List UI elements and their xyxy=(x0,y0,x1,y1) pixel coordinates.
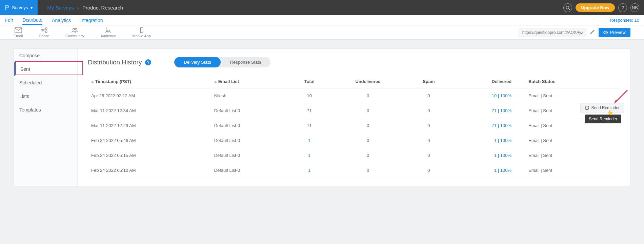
sidebar-item-compose[interactable]: Compose xyxy=(14,49,77,62)
brand-logo-icon: P xyxy=(5,4,9,12)
cell-email-list: Nilesh xyxy=(211,88,289,103)
table-row[interactable]: Mar 11 2022 12:34 AMDefault List-0710071… xyxy=(88,103,620,118)
search-icon[interactable] xyxy=(563,3,572,12)
cell-spam: 0 xyxy=(406,133,451,148)
sub-community[interactable]: Community xyxy=(65,27,84,38)
cell-timestamp: Feb 24 2022 05:15 AM xyxy=(88,148,211,163)
table-row[interactable]: Feb 24 2022 05:15 AMDefault List-01001 |… xyxy=(88,148,620,163)
svg-line-16 xyxy=(615,90,627,102)
table-row[interactable]: Feb 24 2022 05:46 AMDefault List-01001 |… xyxy=(88,133,620,148)
cell-delivered: 71 | 100% xyxy=(451,103,515,118)
nav-integration[interactable]: Integration xyxy=(80,16,103,24)
chevron-down-icon: ▾ xyxy=(31,5,33,10)
brand-dropdown[interactable]: P Surveys ▾ xyxy=(0,0,38,15)
cell-timestamp: Apr 26 2022 02:12 AM xyxy=(88,88,211,103)
svg-point-3 xyxy=(41,29,43,31)
sidebar-item-lists[interactable]: Lists xyxy=(14,89,77,103)
nav-edit[interactable]: Edit xyxy=(5,16,13,24)
table-row[interactable]: Feb 24 2022 05:10 AMDefault List-01001 |… xyxy=(88,163,620,178)
cell-email-list: Default List-0 xyxy=(211,163,289,178)
cell-batch: Email | Sent xyxy=(515,88,620,103)
sidebar-item-scheduled[interactable]: Scheduled xyxy=(14,76,77,89)
pencil-icon[interactable] xyxy=(590,29,595,36)
nav-distribute[interactable]: Distribute xyxy=(22,16,42,25)
cell-undelivered: 0 xyxy=(330,133,406,148)
sub-audience[interactable]: $ Audience xyxy=(101,27,116,38)
distribution-table: ◆Timestamp (PST) ◆Email List Total Undel… xyxy=(88,75,620,178)
cell-delivered: 1 | 100% xyxy=(451,148,515,163)
cell-undelivered: 0 xyxy=(330,163,406,178)
cell-timestamp: Mar 11 2022 12:29 AM xyxy=(88,118,211,133)
sort-icon: ◆ xyxy=(91,80,94,84)
sidebar-item-sent[interactable]: Sent xyxy=(14,62,77,76)
share-icon xyxy=(40,27,48,33)
sub-share-label: Share xyxy=(39,34,49,38)
col-batch[interactable]: Batch Status xyxy=(515,75,620,88)
cell-delivered: 10 | 100% xyxy=(451,88,515,103)
stats-toggle: Delivery Stats Response Stats xyxy=(174,57,270,67)
responses-count[interactable]: Responses: 10 xyxy=(610,18,639,23)
cell-delivered: 1 | 100% xyxy=(451,133,515,148)
refresh-icon xyxy=(585,105,589,110)
breadcrumb-link[interactable]: My Surveys xyxy=(47,5,74,11)
svg-point-8 xyxy=(73,28,75,30)
col-undelivered[interactable]: Undelivered xyxy=(330,75,406,88)
cell-batch: Email | Sent xyxy=(515,148,620,163)
svg-point-0 xyxy=(566,6,569,9)
sub-mobile[interactable]: Mobile App xyxy=(132,27,150,38)
col-delivered[interactable]: Delivered xyxy=(451,75,515,88)
eye-icon xyxy=(603,30,608,35)
brand-label: Surveys xyxy=(12,5,28,10)
preview-button[interactable]: Preview xyxy=(599,28,630,37)
table-row[interactable]: Apr 26 2022 02:12 AMNilesh100010 | 100%E… xyxy=(88,88,620,103)
cell-total: 10 xyxy=(289,88,330,103)
preview-label: Preview xyxy=(610,30,626,35)
cell-total: 1 xyxy=(289,148,330,163)
cell-spam: 0 xyxy=(406,148,451,163)
content-panel: Compose Sent Scheduled Lists Templates D… xyxy=(14,48,630,186)
svg-point-4 xyxy=(45,27,47,29)
svg-line-7 xyxy=(43,30,45,31)
col-email-list[interactable]: ◆Email List xyxy=(211,75,289,88)
cell-total: 1 xyxy=(289,163,330,178)
tab-delivery-stats[interactable]: Delivery Stats xyxy=(174,57,220,67)
cell-undelivered: 0 xyxy=(330,148,406,163)
table-row[interactable]: Mar 11 2022 12:29 AMDefault List-0710071… xyxy=(88,118,620,133)
cell-undelivered: 0 xyxy=(330,118,406,133)
svg-rect-2 xyxy=(15,27,22,33)
help-icon[interactable]: ? xyxy=(618,3,627,12)
sub-share[interactable]: Share xyxy=(39,27,49,38)
tab-response-stats[interactable]: Response Stats xyxy=(221,57,271,67)
cell-email-list: Default List-0 xyxy=(211,118,289,133)
avatar[interactable]: NB xyxy=(630,3,639,12)
svg-point-9 xyxy=(75,28,77,30)
survey-url-input[interactable] xyxy=(519,28,586,37)
col-timestamp[interactable]: ◆Timestamp (PST) xyxy=(88,75,211,88)
cell-spam: 0 xyxy=(406,88,451,103)
sub-toolbar: Email Share Community $ Audience Mobile … xyxy=(0,25,644,40)
audience-icon: $ xyxy=(104,27,112,33)
breadcrumb-sep: › xyxy=(77,5,79,11)
sidebar-item-templates[interactable]: Templates xyxy=(14,103,77,117)
send-reminder-tooltip: Send Reminder xyxy=(585,115,621,123)
cell-timestamp: Feb 24 2022 05:10 AM xyxy=(88,163,211,178)
sub-email[interactable]: Email xyxy=(14,27,23,38)
annotation-arrow xyxy=(612,89,629,106)
col-total[interactable]: Total xyxy=(289,75,330,88)
svg-point-5 xyxy=(45,30,47,33)
upgrade-button[interactable]: Upgrade Now xyxy=(576,3,615,12)
nav-analytics[interactable]: Analytics xyxy=(52,16,71,24)
cell-email-list: Default List-0 xyxy=(211,103,289,118)
breadcrumb-current: Product Research xyxy=(82,5,123,11)
sub-mobile-label: Mobile App xyxy=(132,34,150,38)
help-circle-icon[interactable]: ? xyxy=(145,59,151,65)
col-spam[interactable]: Spam xyxy=(406,75,451,88)
sub-email-label: Email xyxy=(14,34,23,38)
cell-spam: 0 xyxy=(406,103,451,118)
send-reminder-label: Send Reminder xyxy=(591,105,620,110)
sub-community-label: Community xyxy=(65,34,84,38)
main-nav: Edit Distribute Analytics Integration Re… xyxy=(0,15,644,25)
cell-total: 71 xyxy=(289,103,330,118)
svg-text:$: $ xyxy=(106,27,107,29)
cell-email-list: Default List-0 xyxy=(211,148,289,163)
